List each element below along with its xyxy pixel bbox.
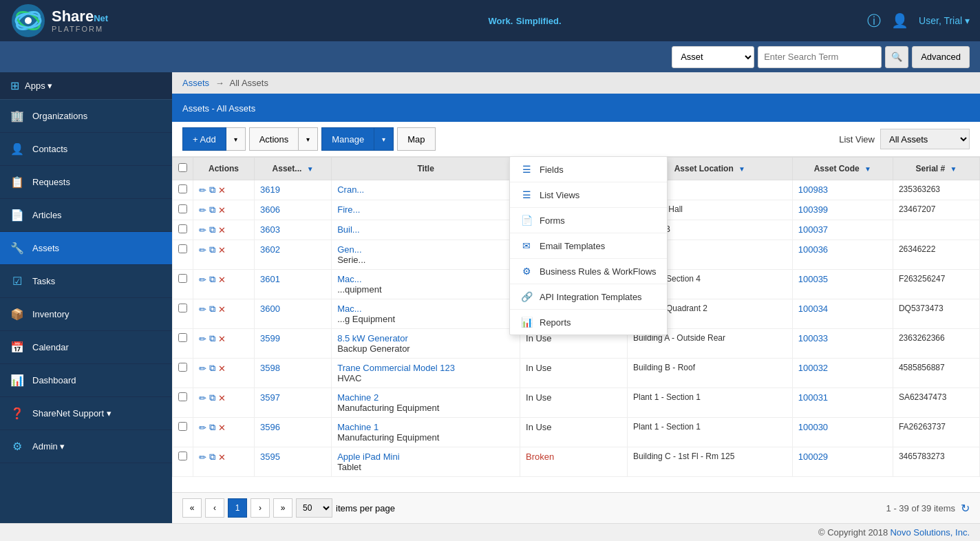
manage-button[interactable]: Manage xyxy=(321,127,374,151)
title-link[interactable]: Cran... xyxy=(337,184,364,195)
edit-icon[interactable]: ✏ xyxy=(199,452,206,463)
col-code[interactable]: Asset Code ▼ xyxy=(792,158,893,180)
row-checkbox[interactable] xyxy=(178,184,187,193)
search-input[interactable] xyxy=(758,46,882,68)
asset-num-link[interactable]: 3606 xyxy=(260,204,280,215)
row-checkbox[interactable] xyxy=(178,452,187,460)
first-page-button[interactable]: « xyxy=(182,498,202,518)
sidebar-item-tasks[interactable]: ☑ Tasks xyxy=(0,265,172,298)
copy-icon[interactable]: ⧉ xyxy=(209,304,215,315)
add-button[interactable]: + Add xyxy=(182,127,226,151)
title-link[interactable]: Mac... xyxy=(337,304,361,314)
asset-num-link[interactable]: 3598 xyxy=(260,363,280,373)
title-link[interactable]: Machine 2 xyxy=(337,392,379,403)
delete-icon[interactable]: ✕ xyxy=(218,185,226,195)
copy-icon[interactable]: ⧉ xyxy=(209,333,215,344)
copy-icon[interactable]: ⧉ xyxy=(209,244,215,255)
delete-icon[interactable]: ✕ xyxy=(218,304,226,315)
select-all-checkbox[interactable] xyxy=(178,163,187,172)
help-icon[interactable]: ⓘ xyxy=(867,12,881,30)
sidebar-item-assets[interactable]: 🔧 Assets xyxy=(0,232,172,265)
next-page-button[interactable]: › xyxy=(251,498,270,518)
delete-icon[interactable]: ✕ xyxy=(218,245,226,255)
per-page-select[interactable]: 50 25 100 xyxy=(296,498,332,518)
asset-num-link[interactable]: 3599 xyxy=(260,333,280,343)
search-category-select[interactable]: Asset Contact Request xyxy=(672,46,754,68)
code-link[interactable]: 100029 xyxy=(798,452,828,462)
title-link[interactable]: Fire... xyxy=(337,204,360,215)
sidebar-item-dashboard[interactable]: 📊 Dashboard xyxy=(0,364,172,397)
asset-num-link[interactable]: 3597 xyxy=(260,392,280,403)
asset-num-link[interactable]: 3601 xyxy=(260,274,280,284)
copy-icon[interactable]: ⧉ xyxy=(209,452,215,463)
row-checkbox[interactable] xyxy=(178,422,187,431)
delete-icon[interactable]: ✕ xyxy=(218,423,226,433)
prev-page-button[interactable]: ‹ xyxy=(205,498,224,518)
user-label[interactable]: User, Trial ▾ xyxy=(919,15,970,26)
edit-icon[interactable]: ✏ xyxy=(199,275,206,285)
advanced-button[interactable]: Advanced xyxy=(912,46,970,68)
asset-num-link[interactable]: 3595 xyxy=(260,452,280,462)
code-link[interactable]: 100035 xyxy=(798,274,828,284)
copy-icon[interactable]: ⧉ xyxy=(209,184,215,195)
title-link[interactable]: Machine 1 xyxy=(337,422,379,432)
title-link[interactable]: Mac... xyxy=(337,274,361,284)
sidebar-item-contacts[interactable]: 👤 Contacts xyxy=(0,133,172,166)
row-checkbox[interactable] xyxy=(178,274,187,283)
last-page-button[interactable]: » xyxy=(273,498,292,518)
col-asset-num[interactable]: Asset... ▼ xyxy=(254,158,331,180)
code-link[interactable]: 100032 xyxy=(798,363,828,373)
delete-icon[interactable]: ✕ xyxy=(218,275,226,285)
code-link[interactable]: 100983 xyxy=(798,184,828,195)
code-link[interactable]: 100399 xyxy=(798,204,828,215)
sidebar-item-sharenet-support[interactable]: ❓ ShareNet Support ▾ xyxy=(0,397,172,430)
edit-icon[interactable]: ✏ xyxy=(199,205,206,215)
asset-num-link[interactable]: 3596 xyxy=(260,422,280,432)
row-checkbox[interactable] xyxy=(178,304,187,312)
sidebar-item-articles[interactable]: 📄 Articles xyxy=(0,199,172,232)
edit-icon[interactable]: ✏ xyxy=(199,393,206,403)
copy-icon[interactable]: ⧉ xyxy=(209,422,215,433)
sidebar-item-inventory[interactable]: 📦 Inventory xyxy=(0,298,172,331)
sidebar-item-admin[interactable]: ⚙ Admin ▾ xyxy=(0,430,172,463)
row-checkbox[interactable] xyxy=(178,224,187,233)
row-checkbox[interactable] xyxy=(178,363,187,372)
sidebar-item-organizations[interactable]: 🏢 Organizations xyxy=(0,100,172,133)
actions-button[interactable]: Actions xyxy=(249,127,299,151)
company-link[interactable]: Novo Solutions, Inc. xyxy=(890,527,970,538)
delete-icon[interactable]: ✕ xyxy=(218,334,226,344)
menu-item-api-integration[interactable]: 🔗 API Integration Templates xyxy=(510,284,667,310)
delete-icon[interactable]: ✕ xyxy=(218,393,226,403)
edit-icon[interactable]: ✏ xyxy=(199,334,206,344)
copy-icon[interactable]: ⧉ xyxy=(209,274,215,285)
menu-item-email-templates[interactable]: ✉ Email Templates xyxy=(510,233,667,259)
edit-icon[interactable]: ✏ xyxy=(199,423,206,433)
col-title[interactable]: Title xyxy=(332,158,520,180)
menu-item-forms[interactable]: 📄 Forms xyxy=(510,208,667,233)
copy-icon[interactable]: ⧉ xyxy=(209,363,215,374)
row-checkbox[interactable] xyxy=(178,244,187,253)
col-serial[interactable]: Serial # ▼ xyxy=(893,158,979,180)
title-link[interactable]: Apple iPad Mini xyxy=(337,452,399,462)
row-checkbox[interactable] xyxy=(178,392,187,401)
menu-item-reports[interactable]: 📊 Reports xyxy=(510,310,667,335)
title-link[interactable]: Gen... xyxy=(337,244,361,255)
edit-icon[interactable]: ✏ xyxy=(199,185,206,195)
menu-item-business-rules[interactable]: ⚙ Business Rules & WorkFlows xyxy=(510,259,667,284)
edit-icon[interactable]: ✏ xyxy=(199,304,206,315)
delete-icon[interactable]: ✕ xyxy=(218,225,226,235)
map-button[interactable]: Map xyxy=(397,127,435,151)
copy-icon[interactable]: ⧉ xyxy=(209,392,215,403)
code-link[interactable]: 100031 xyxy=(798,392,828,403)
search-button[interactable]: 🔍 xyxy=(885,46,908,68)
asset-num-link[interactable]: 3600 xyxy=(260,304,280,314)
row-checkbox[interactable] xyxy=(178,204,187,213)
edit-icon[interactable]: ✏ xyxy=(199,363,206,374)
breadcrumb-parent[interactable]: Assets xyxy=(182,78,209,88)
list-view-select[interactable]: All Assets xyxy=(880,129,970,149)
title-link[interactable]: 8.5 kW Generator xyxy=(337,333,408,343)
edit-icon[interactable]: ✏ xyxy=(199,245,206,255)
code-link[interactable]: 100037 xyxy=(798,224,828,235)
asset-num-link[interactable]: 3619 xyxy=(260,184,280,195)
code-link[interactable]: 100030 xyxy=(798,422,828,432)
